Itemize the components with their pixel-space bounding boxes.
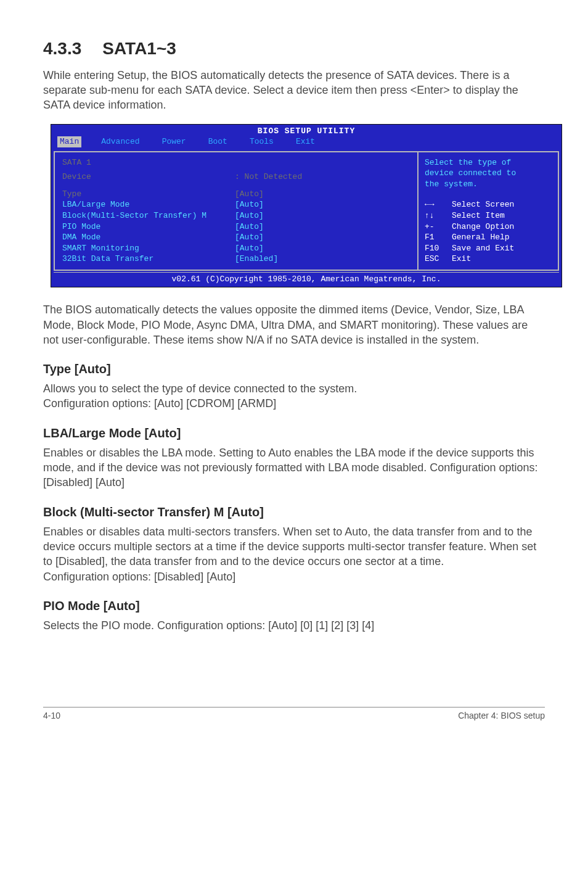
bios-key-row: +-Change Option [425, 221, 552, 233]
subsection-body: Enables or disables the LBA mode. Settin… [43, 445, 545, 490]
bios-key-shortcut: F1 [425, 232, 452, 243]
bios-key-description: Exit [452, 254, 471, 265]
bios-setting-label: DMA Mode [62, 232, 235, 243]
page-footer: 4-10 Chapter 4: BIOS setup [43, 707, 545, 722]
bios-left-pane: SATA 1 Device : Not Detected Type[Auto]L… [54, 151, 417, 271]
bios-menu-bar: Main Advanced Power Boot Tools Exit [51, 136, 561, 150]
subsection-heading: PIO Mode [Auto] [43, 598, 545, 614]
bios-screenshot: BIOS SETUP UTILITY Main Advanced Power B… [51, 124, 562, 288]
bios-setting-row[interactable]: SMART Monitoring[Auto] [62, 243, 410, 254]
bios-device-row: Device : Not Detected [62, 171, 410, 183]
bios-key-description: Change Option [452, 221, 514, 233]
section-heading: 4.3.3SATA1~3 [43, 37, 545, 60]
bios-key-row: F10Save and Exit [425, 243, 552, 254]
bios-setting-label: PIO Mode [62, 221, 235, 233]
after-bios-paragraph: The BIOS automatically detects the value… [43, 302, 545, 347]
bios-right-pane: Select the type of device connected to t… [417, 151, 559, 271]
bios-setting-value: [Auto] [235, 232, 264, 243]
footer-page-number: 4-10 [43, 710, 60, 722]
bios-setting-row[interactable]: Block(Multi-Sector Transfer) M[Auto] [62, 210, 410, 221]
bios-key-row: ↑↓Select Item [425, 210, 552, 221]
bios-copyright: v02.61 (C)Copyright 1985-2010, American … [54, 272, 559, 287]
bios-key-description: Select Item [452, 210, 505, 221]
section-number: 4.3.3 [43, 37, 81, 60]
bios-tab-tools[interactable]: Tools [247, 136, 276, 147]
bios-help-text: Select the type of device connected to t… [425, 157, 552, 190]
bios-setting-value: [Auto] [235, 199, 264, 210]
bios-setting-value: [Auto] [235, 189, 264, 200]
bios-key-row: ←→Select Screen [425, 199, 552, 210]
bios-key-description: Save and Exit [452, 243, 514, 254]
bios-tab-advanced[interactable]: Advanced [99, 136, 142, 147]
bios-setting-row[interactable]: PIO Mode[Auto] [62, 221, 410, 233]
bios-setting-value: [Enabled] [235, 254, 278, 265]
bios-tab-power[interactable]: Power [160, 136, 189, 147]
bios-setting-value: [Auto] [235, 210, 264, 221]
footer-chapter: Chapter 4: BIOS setup [458, 710, 545, 722]
bios-key-description: General Help [452, 232, 510, 243]
bios-setting-value: [Auto] [235, 243, 264, 254]
bios-sata-label: SATA 1 [62, 157, 235, 168]
bios-setting-label: Type [62, 189, 235, 200]
bios-key-shortcut: F10 [425, 243, 452, 254]
subsection-heading: Block (Multi-sector Transfer) M [Auto] [43, 504, 545, 521]
subsection-body: Allows you to select the type of device … [43, 381, 545, 411]
bios-setting-row[interactable]: Type[Auto] [62, 189, 410, 200]
section-title: SATA1~3 [102, 39, 176, 58]
bios-body: SATA 1 Device : Not Detected Type[Auto]L… [51, 150, 561, 272]
bios-setting-label: SMART Monitoring [62, 243, 235, 254]
bios-key-shortcut: +- [425, 221, 452, 233]
bios-key-row: ESCExit [425, 254, 552, 265]
bios-sata-header: SATA 1 [62, 157, 410, 168]
subsection-body: Selects the PIO mode. Configuration opti… [43, 618, 545, 633]
intro-paragraph: While entering Setup, the BIOS automatic… [43, 68, 545, 113]
bios-setting-row[interactable]: LBA/Large Mode[Auto] [62, 199, 410, 210]
bios-setting-row[interactable]: 32Bit Data Transfer[Enabled] [62, 254, 410, 265]
bios-key-shortcut: ←→ [425, 199, 452, 210]
bios-key-shortcut: ↑↓ [425, 210, 452, 221]
subsection-heading: Type [Auto] [43, 361, 545, 377]
bios-setting-value: [Auto] [235, 221, 264, 233]
bios-utility-title: BIOS SETUP UTILITY [51, 125, 561, 137]
bios-key-shortcut: ESC [425, 254, 452, 265]
bios-key-description: Select Screen [452, 199, 514, 210]
bios-device-value: : Not Detected [235, 171, 302, 183]
subsection-heading: LBA/Large Mode [Auto] [43, 425, 545, 442]
bios-setting-row[interactable]: DMA Mode[Auto] [62, 232, 410, 243]
subsection-body: Enables or disables data multi-sectors t… [43, 524, 545, 584]
bios-key-legend: ←→Select Screen↑↓Select Item+-Change Opt… [425, 199, 552, 264]
bios-setting-label: Block(Multi-Sector Transfer) M [62, 210, 235, 221]
bios-setting-label: LBA/Large Mode [62, 199, 235, 210]
bios-tab-main[interactable]: Main [57, 136, 81, 147]
bios-setting-label: 32Bit Data Transfer [62, 254, 235, 265]
bios-tab-exit[interactable]: Exit [293, 136, 317, 147]
bios-device-label: Device [62, 171, 235, 183]
bios-tab-boot[interactable]: Boot [206, 136, 230, 147]
bios-key-row: F1General Help [425, 232, 552, 243]
